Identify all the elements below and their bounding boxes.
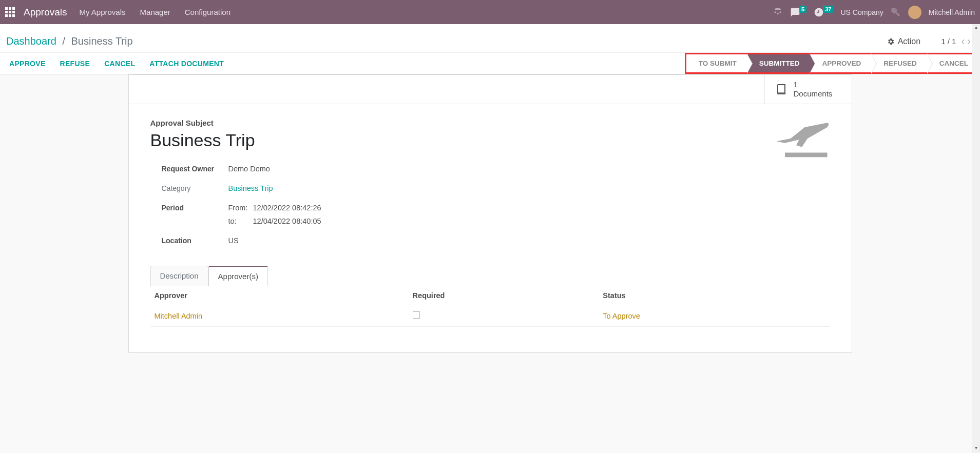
avatar[interactable] [908,6,921,19]
category-label: Category [162,184,228,192]
cancel-button[interactable]: CANCEL [104,60,135,68]
breadcrumb: Dashboard / Business Trip [6,35,133,47]
status-step-refused[interactable]: REFUSED [871,54,927,72]
request-owner-label: Request Owner [162,165,228,173]
plane-icon [774,115,830,163]
form-sheet: 1 Documents Approval Subject Business Tr… [128,74,852,353]
breadcrumb-current: Business Trip [71,35,133,47]
app-title[interactable]: Approvals [24,7,67,18]
toolbar: APPROVE REFUSE CANCEL ATTACH DOCUMENT TO… [0,53,980,74]
refuse-button[interactable]: REFUSE [60,60,90,68]
nav-right: 5 37 US Company Mitchell Admin [773,6,975,19]
scroll-up-icon[interactable]: ▴ [972,24,980,32]
period-from-label: From: [228,204,253,212]
nav-configuration[interactable]: Configuration [185,8,230,16]
table-header-row: Approver Required Status [150,286,830,305]
debug-icon[interactable] [891,7,901,17]
field-grid: Request Owner Demo Demo Category Busines… [162,165,470,245]
main-navbar: Approvals My Approvals Manager Configura… [0,0,980,24]
breadcrumb-root[interactable]: Dashboard [6,35,56,47]
book-icon [775,83,787,95]
status-step-submitted[interactable]: SUBMITTED [747,54,810,72]
action-dropdown[interactable]: Action [887,37,920,46]
approve-button[interactable]: APPROVE [9,60,46,68]
location-value: US [228,237,470,245]
subject-label: Approval Subject [150,119,830,127]
activities-badge: 37 [823,6,833,13]
th-approver[interactable]: Approver [150,286,409,305]
status-bar: TO SUBMIT SUBMITTED APPROVED REFUSED CAN… [685,53,980,74]
nav-menu: My Approvals Manager Configuration [80,8,230,16]
activities-icon[interactable]: 37 [814,7,833,17]
tab-description[interactable]: Description [150,266,208,286]
subject-title: Business Trip [150,130,830,150]
approver-link[interactable]: Mitchell Admin [155,312,202,320]
messages-badge: 5 [799,6,806,13]
pager: 1 / 1 ‹ › [941,35,971,48]
th-status[interactable]: Status [599,286,830,305]
status-badge: To Approve [603,312,640,320]
form-body: Approval Subject Business Trip Request O… [129,104,852,352]
phone-icon[interactable] [773,7,783,17]
period-label: Period [162,204,228,225]
approvers-table: Approver Required Status Mitchell Admin … [150,286,830,342]
username[interactable]: Mitchell Admin [929,8,975,16]
sheet-container: 1 Documents Approval Subject Business Tr… [0,74,980,353]
period-from-value: 12/02/2022 08:42:26 [253,204,470,212]
tabs: Description Approver(s) [150,265,830,286]
toolbar-buttons: APPROVE REFUSE CANCEL ATTACH DOCUMENT [9,53,224,74]
category-link[interactable]: Business Trip [228,184,273,192]
status-step-approved[interactable]: APPROVED [810,54,871,72]
status-step-cancel[interactable]: CANCEL [927,54,978,72]
gear-icon [887,37,895,46]
attach-document-button[interactable]: ATTACH DOCUMENT [149,60,224,68]
documents-label: Documents [794,89,833,99]
scrollbar[interactable]: ▴ ▾ [972,24,980,353]
location-label: Location [162,237,228,245]
action-label: Action [898,37,920,46]
company-switcher[interactable]: US Company [840,8,883,16]
tab-approvers[interactable]: Approver(s) [208,266,268,286]
apps-icon[interactable] [5,7,15,17]
documents-count: 1 [794,80,833,89]
th-required[interactable]: Required [409,286,599,305]
control-bar: Dashboard / Business Trip Action 1 / 1 ‹… [0,24,980,53]
svg-rect-0 [785,153,828,157]
doc-button-row: 1 Documents [129,75,852,104]
nav-my-approvals[interactable]: My Approvals [80,8,126,16]
status-step-to-submit[interactable]: TO SUBMIT [686,54,747,72]
pager-prev-icon[interactable]: ‹ [961,35,965,48]
period-to-label: to: [228,217,253,225]
request-owner-value: Demo Demo [228,165,470,173]
required-checkbox[interactable] [413,311,420,319]
nav-manager[interactable]: Manager [140,8,170,16]
pager-count[interactable]: 1 / 1 [941,37,956,46]
pager-next-icon[interactable]: › [967,35,971,48]
messages-icon[interactable]: 5 [790,7,806,17]
table-footer-row [150,327,830,342]
table-row[interactable]: Mitchell Admin To Approve [150,305,830,327]
documents-button[interactable]: 1 Documents [764,75,852,104]
period-to-value: 12/04/2022 08:40:05 [253,217,470,225]
